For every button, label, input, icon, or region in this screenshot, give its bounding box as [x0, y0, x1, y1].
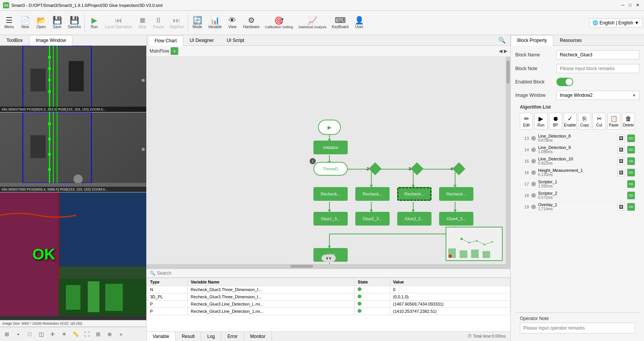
save-button[interactable]: 💾 Save — [50, 12, 65, 34]
tab-monitor[interactable]: Monitor — [244, 332, 272, 341]
block-note-input[interactable] — [556, 64, 639, 73]
hardware-button[interactable]: ⚙ Hardware — [241, 12, 262, 34]
algorithm-item[interactable]: 13 Line_Detection_8 0.878ms 🖼 OK — [520, 133, 635, 144]
tool-rect2[interactable]: □ — [24, 329, 35, 339]
tool-crop[interactable]: ◫ — [36, 329, 46, 339]
tool-rect1[interactable]: ▪ — [13, 329, 24, 339]
tool-zoom-in[interactable]: ⊕ — [104, 329, 115, 339]
tool-zoom-fit2[interactable]: ⊞ — [93, 329, 104, 339]
flow-canvas[interactable]: ▶ Initialize 1 Thread1 2 — [147, 57, 510, 269]
algo-delete-button[interactable]: 🗑 Delete — [622, 113, 635, 130]
algo-edit-button[interactable]: ✏ Edit — [520, 113, 533, 130]
add-flow-button[interactable]: + — [171, 47, 178, 55]
algo-enable-button[interactable]: ✓ Enable — [564, 113, 577, 130]
run-button[interactable]: ▶ Run — [86, 12, 102, 34]
tab-resources[interactable]: Resources — [553, 35, 588, 45]
tool-fit[interactable]: ⛶ — [81, 329, 92, 339]
flow-node-initialize[interactable]: Initialize — [313, 141, 348, 154]
flow-search-button[interactable]: 🔍 — [495, 35, 509, 45]
flow-node-glue3[interactable]: Glue3_3... — [397, 212, 431, 226]
tab-block-property[interactable]: Block Property — [511, 35, 553, 46]
flow-nav-right-btn[interactable]: ▶ — [504, 48, 507, 54]
cell-type: N — [147, 286, 188, 293]
tool-select[interactable]: ⊞ — [2, 329, 12, 339]
operator-note-input[interactable] — [520, 323, 635, 333]
algorithm-item[interactable]: 17 Scriptor_1 1.092ms OK — [520, 178, 635, 190]
flow-node-start[interactable]: ▶ — [318, 120, 341, 135]
view-button[interactable]: 👁 View — [225, 12, 240, 34]
calibration-button[interactable]: 🎯 Calibration Setting — [263, 12, 296, 34]
open-button[interactable]: 📂 Open — [34, 12, 49, 34]
keyboard-button[interactable]: ⌨ KeyBoard — [329, 12, 351, 34]
image-window-select[interactable]: Image Window2 ▼ — [556, 91, 639, 100]
stop-button[interactable]: ⏹ Stop — [135, 12, 150, 34]
flow-node-glue2[interactable]: Glue2_3... — [355, 212, 390, 226]
flow-node-glue1[interactable]: Glue1_3... — [313, 212, 348, 226]
paste-icon: 📋 — [610, 115, 618, 122]
tab-ui-designer[interactable]: UI Designer — [183, 35, 220, 45]
user-button[interactable]: 👤 User — [352, 12, 367, 34]
algo-number: 15 — [520, 159, 529, 163]
algo-status-badge: OK — [627, 169, 635, 176]
algo-bp-button[interactable]: ⏺ BP — [549, 113, 562, 130]
algo-list-title: Algorithm List — [520, 104, 635, 110]
tab-variable[interactable]: Variable — [147, 332, 176, 341]
flow-node-recheck3[interactable]: Recheck... — [397, 187, 431, 201]
tool-cross[interactable]: ✛ — [47, 329, 58, 339]
tool-measure[interactable]: 📏 — [70, 329, 81, 339]
statistical-button[interactable]: 📈 Statistical Analysis — [296, 12, 329, 34]
algo-image-button[interactable]: 🖼 — [617, 169, 625, 176]
tab-result[interactable]: Result — [176, 332, 201, 341]
flow-node-recheck4[interactable]: Recheck... — [439, 187, 473, 201]
collapse-button[interactable]: ∨∨ — [321, 255, 336, 262]
search-input[interactable] — [157, 271, 233, 276]
flow-node-recheck1[interactable]: Recheck... — [313, 187, 348, 201]
algorithm-item[interactable]: 18 Scriptor_2 0.572ms OK — [520, 190, 635, 201]
algo-image-button[interactable]: 🖼 — [617, 134, 625, 142]
flow-node-glue4[interactable]: Glue4_3... — [439, 212, 473, 226]
flow-node-recheck2[interactable]: Recheck... — [355, 187, 390, 201]
close-btn[interactable]: ✕ — [634, 3, 641, 8]
pause-button[interactable]: ⏸ Pause — [151, 12, 166, 34]
tool-more[interactable]: » — [116, 329, 126, 339]
minimize-btn[interactable]: ─ — [620, 3, 626, 8]
algo-image-button[interactable]: 🖼 — [617, 157, 625, 165]
maximize-btn[interactable]: □ — [627, 3, 633, 8]
algorithm-item[interactable]: 19 Overlay_1 1.714ms 🖼 OK — [520, 201, 635, 213]
tab-log[interactable]: Log — [201, 332, 221, 341]
enabled-toggle[interactable] — [556, 78, 573, 86]
tab-error[interactable]: Error — [221, 332, 244, 341]
algo-cut-button[interactable]: ✂ Cut — [593, 113, 606, 130]
tab-ui-script[interactable]: UI Script — [220, 35, 251, 45]
variable-button[interactable]: 📊 Variable — [206, 12, 224, 34]
tab-image-window[interactable]: Image Window — [29, 35, 72, 46]
image-window-2-info: Info:3000X7600 POS(6650.4, 5966.5) RGB(1… — [0, 187, 146, 192]
tool-brightness[interactable]: ☀ — [59, 329, 69, 339]
algo-name: Scriptor_2 — [538, 191, 625, 195]
block-name-input[interactable] — [556, 50, 639, 59]
menu-button[interactable]: ☰ Menu — [2, 12, 17, 34]
mode-button[interactable]: 🔄 Mode — [190, 12, 205, 34]
algo-run-button[interactable]: ▶ Run — [534, 113, 547, 130]
algorithm-item[interactable]: 15 Line_Detection_10 0.922ms 🖼 OK — [520, 155, 635, 167]
tab-toolbox[interactable]: ToolBox — [0, 35, 29, 45]
saveas-button[interactable]: 💾 SaveAs — [66, 12, 83, 34]
algo-ms: 0.572ms — [538, 195, 625, 200]
algorithm-item[interactable]: 14 Line_Detection_9 1.085ms 🖼 OK — [520, 144, 635, 155]
flow-node-thread1[interactable]: Thread1 — [313, 162, 348, 176]
ok-overlay: OK — [32, 246, 55, 263]
algo-copy-button[interactable]: ⎘ Copy — [578, 113, 591, 130]
algo-image-button[interactable]: 🖼 — [617, 146, 625, 154]
steprun-button[interactable]: ⏭ StepRun — [167, 12, 186, 34]
tab-flow-chart[interactable]: Flow Chart — [148, 35, 183, 46]
localop-button[interactable]: ⏮ Local Operation — [102, 12, 134, 34]
cell-value: 0 — [390, 286, 510, 293]
svg-rect-9 — [69, 61, 84, 91]
algorithm-item[interactable]: 16 Height_Measurement_1 6.135ms 🖼 OK — [520, 167, 635, 178]
user-icon: 👤 — [355, 16, 364, 24]
new-button[interactable]: 📄 New — [18, 12, 33, 34]
algo-image-button[interactable]: 🖼 — [617, 203, 625, 211]
flow-nav-left-btn[interactable]: ◀ — [499, 48, 502, 54]
language-selector[interactable]: 🌐 English | English ▼ — [589, 18, 642, 27]
algo-paste-button[interactable]: 📋 Paste — [607, 113, 620, 130]
